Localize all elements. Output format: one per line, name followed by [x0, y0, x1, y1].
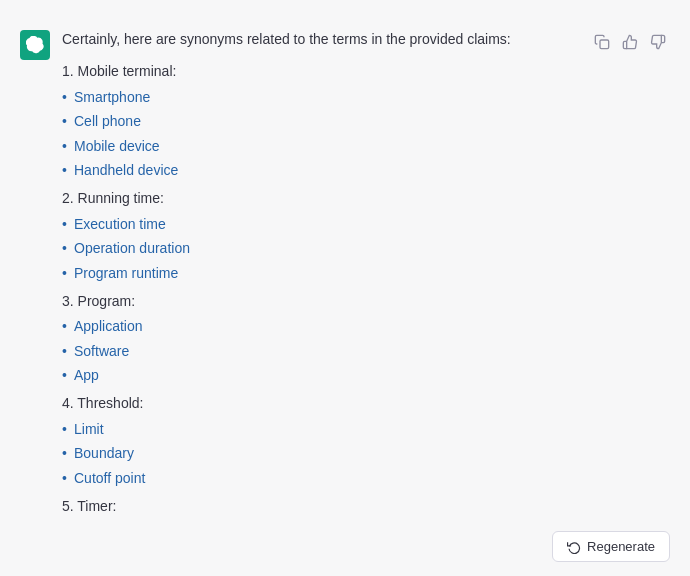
- list-item: Smartphone: [62, 86, 578, 108]
- list-item: Operation duration: [62, 237, 578, 259]
- message-row: Certainly, here are synonyms related to …: [0, 16, 690, 576]
- intro-text: Certainly, here are synonyms related to …: [62, 28, 578, 50]
- synonym-list: 1. Mobile terminal:SmartphoneCell phoneM…: [62, 60, 578, 576]
- category-label: 2. Running time:: [62, 190, 164, 206]
- thumbdown-button[interactable]: [646, 30, 670, 54]
- category-label: 4. Threshold:: [62, 395, 143, 411]
- avatar: [20, 30, 50, 60]
- list-item: Program runtime: [62, 262, 578, 284]
- list-item: Cutoff point: [62, 467, 578, 489]
- category-label: 5. Timer:: [62, 498, 116, 514]
- list-item: App: [62, 364, 578, 386]
- svg-rect-0: [600, 40, 609, 49]
- copy-button[interactable]: [590, 30, 614, 54]
- category-label: 1. Mobile terminal:: [62, 63, 176, 79]
- category-label: 3. Program:: [62, 293, 135, 309]
- list-item: Application: [62, 315, 578, 337]
- sub-list: SmartphoneCell phoneMobile deviceHandhel…: [62, 86, 578, 182]
- bottom-bar: Regenerate: [0, 521, 690, 576]
- synonym-group-4: 4. Threshold:LimitBoundaryCutoff point: [62, 392, 578, 489]
- regenerate-icon: [567, 540, 581, 554]
- sub-list: ApplicationSoftwareApp: [62, 315, 578, 386]
- list-item: Boundary: [62, 442, 578, 464]
- list-item: Limit: [62, 418, 578, 440]
- synonym-group-1: 1. Mobile terminal:SmartphoneCell phoneM…: [62, 60, 578, 181]
- copy-icon: [594, 34, 610, 50]
- synonym-group-3: 3. Program:ApplicationSoftwareApp: [62, 290, 578, 387]
- gpt-logo-icon: [26, 36, 44, 54]
- sub-list: Execution timeOperation durationProgram …: [62, 213, 578, 284]
- list-item: Mobile device: [62, 135, 578, 157]
- sub-list: LimitBoundaryCutoff point: [62, 418, 578, 489]
- thumbdown-icon: [650, 34, 666, 50]
- list-item: Software: [62, 340, 578, 362]
- action-buttons: [590, 28, 670, 54]
- list-item: Handheld device: [62, 159, 578, 181]
- message-area: Certainly, here are synonyms related to …: [0, 0, 690, 576]
- regenerate-label: Regenerate: [587, 539, 655, 554]
- regenerate-button[interactable]: Regenerate: [552, 531, 670, 562]
- list-item: Execution time: [62, 213, 578, 235]
- thumbup-button[interactable]: [618, 30, 642, 54]
- chat-container: Certainly, here are synonyms related to …: [0, 0, 690, 576]
- list-item: Cell phone: [62, 110, 578, 132]
- synonym-group-2: 2. Running time:Execution timeOperation …: [62, 187, 578, 284]
- message-content: Certainly, here are synonyms related to …: [62, 28, 578, 576]
- thumbup-icon: [622, 34, 638, 50]
